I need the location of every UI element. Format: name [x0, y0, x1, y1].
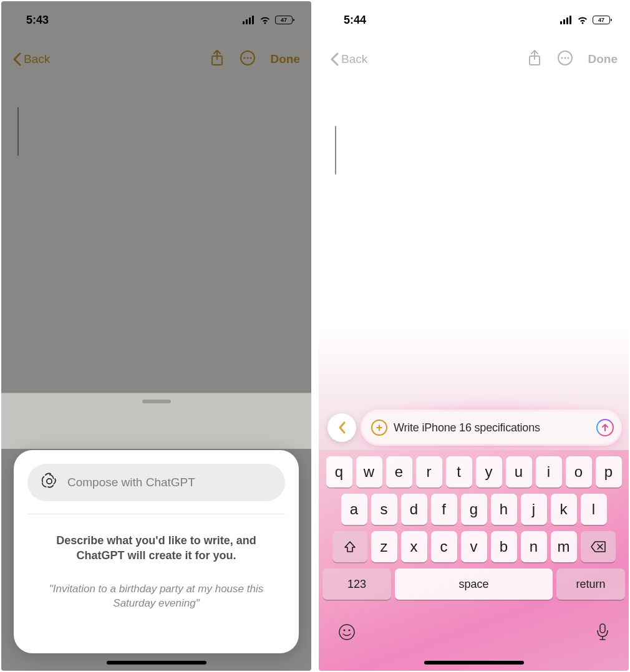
wifi-icon — [576, 16, 589, 24]
compose-input[interactable]: Compose with ChatGPT — [27, 464, 285, 501]
status-time: 5:44 — [344, 14, 366, 27]
svg-point-9 — [47, 479, 52, 484]
compose-card: Compose with ChatGPT Describe what you'd… — [14, 450, 299, 653]
key-l[interactable]: l — [581, 494, 607, 525]
space-key[interactable]: space — [395, 569, 553, 600]
add-icon[interactable]: + — [371, 420, 387, 436]
done-button[interactable]: Done — [588, 52, 618, 66]
chatgpt-icon — [40, 472, 59, 493]
emoji-key[interactable] — [337, 623, 356, 644]
key-z[interactable]: z — [371, 531, 397, 562]
key-x[interactable]: x — [401, 531, 427, 562]
key-v[interactable]: v — [461, 531, 487, 562]
key-u[interactable]: u — [506, 456, 532, 487]
svg-point-20 — [344, 630, 346, 631]
key-j[interactable]: j — [521, 494, 547, 525]
svg-point-16 — [561, 57, 563, 59]
key-d[interactable]: d — [401, 494, 427, 525]
screenshot-right: 5:44 47 Back — [319, 1, 629, 671]
return-key[interactable]: return — [556, 569, 625, 600]
key-q[interactable]: q — [326, 456, 352, 487]
compose-text-value: Write iPhone 16 specifications — [394, 421, 540, 434]
share-icon[interactable] — [527, 49, 542, 69]
compose-panel-header: Back Compose — [1, 393, 311, 449]
battery-icon: 47 — [593, 16, 610, 24]
key-f[interactable]: f — [431, 494, 457, 525]
key-r[interactable]: r — [416, 456, 442, 487]
key-c[interactable]: c — [431, 531, 457, 562]
key-h[interactable]: h — [491, 494, 517, 525]
key-m[interactable]: m — [551, 531, 577, 562]
shift-key[interactable] — [332, 531, 367, 562]
svg-rect-13 — [569, 16, 571, 24]
send-button[interactable] — [596, 419, 614, 436]
numbers-key[interactable]: 123 — [322, 569, 391, 600]
sheet-grabber[interactable] — [142, 400, 171, 403]
divider — [27, 514, 285, 514]
back-button[interactable]: Back — [330, 52, 367, 66]
compose-description: Describe what you'd like to write, and C… — [27, 533, 285, 564]
key-i[interactable]: i — [536, 456, 562, 487]
status-bar: 5:44 47 — [319, 1, 629, 39]
key-p[interactable]: p — [596, 456, 622, 487]
cellular-icon — [560, 16, 573, 24]
svg-rect-22 — [600, 624, 605, 633]
delete-key[interactable] — [581, 531, 616, 562]
more-icon[interactable] — [557, 50, 573, 69]
compose-placeholder: Compose with ChatGPT — [67, 476, 195, 489]
collapse-button[interactable] — [327, 413, 356, 442]
key-y[interactable]: y — [476, 456, 502, 487]
key-w[interactable]: w — [356, 456, 382, 487]
note-editor[interactable] — [335, 126, 613, 175]
key-n[interactable]: n — [521, 531, 547, 562]
svg-point-21 — [349, 630, 351, 631]
compose-input-row: + Write iPhone 16 specifications — [327, 409, 620, 446]
compose-text-field[interactable]: + Write iPhone 16 specifications — [362, 411, 620, 444]
key-k[interactable]: k — [551, 494, 577, 525]
nav-bar: Back Done — [319, 37, 629, 81]
key-t[interactable]: t — [446, 456, 472, 487]
home-indicator[interactable] — [107, 661, 206, 665]
svg-rect-12 — [566, 17, 568, 24]
svg-point-18 — [567, 57, 569, 59]
compose-sample: "Invitation to a birthday party at my ho… — [27, 582, 285, 611]
dictation-key[interactable] — [595, 623, 610, 644]
key-e[interactable]: e — [386, 456, 412, 487]
svg-point-19 — [339, 625, 354, 640]
key-s[interactable]: s — [371, 494, 397, 525]
text-cursor — [335, 126, 336, 175]
keyboard: qwertyuiop asdfghjkl zxcvbnm 123 space r… — [319, 450, 629, 671]
home-indicator[interactable] — [424, 661, 524, 665]
screenshot-left: 5:43 47 Back — [1, 1, 311, 671]
svg-rect-10 — [560, 21, 562, 24]
key-g[interactable]: g — [461, 494, 487, 525]
key-a[interactable]: a — [341, 494, 367, 525]
key-o[interactable]: o — [566, 456, 592, 487]
key-b[interactable]: b — [491, 531, 517, 562]
svg-rect-11 — [563, 19, 565, 24]
svg-point-17 — [564, 57, 566, 59]
